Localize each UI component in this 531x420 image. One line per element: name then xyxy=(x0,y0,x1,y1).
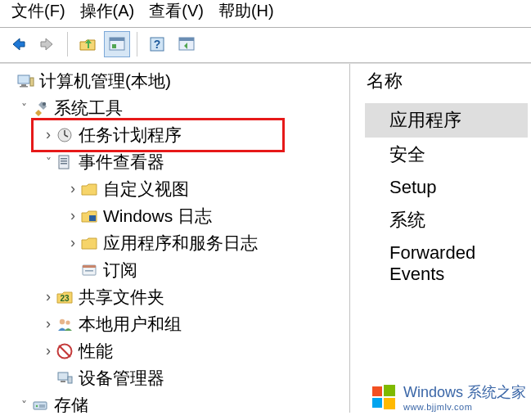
tree-performance-label: 性能 xyxy=(79,340,113,363)
svg-text:23: 23 xyxy=(60,294,70,303)
menu-file[interactable]: 文件(F) xyxy=(11,0,65,22)
svg-rect-16 xyxy=(61,163,67,165)
svg-point-22 xyxy=(60,318,65,323)
show-hide-tree-button[interactable] xyxy=(173,31,200,57)
watermark: Windows 系统之家 www.bjjmlv.com xyxy=(371,382,526,412)
svg-rect-14 xyxy=(61,158,67,160)
back-button[interactable] xyxy=(5,31,31,57)
tree-local-users-groups[interactable]: 本地用户和组 xyxy=(0,310,349,337)
forward-button[interactable] xyxy=(34,31,61,57)
twisty-closed-icon[interactable] xyxy=(65,180,80,197)
tree-storage[interactable]: 存储 xyxy=(0,391,349,413)
folder-icon xyxy=(80,234,98,252)
tree-local-users-label: 本地用户和组 xyxy=(79,313,182,336)
tree-windows-logs[interactable]: Windows 日志 xyxy=(0,202,349,229)
list-item-security[interactable]: 安全 xyxy=(365,138,528,172)
main-area: 计算机管理(本地) 系统工具 任务计划程序 xyxy=(0,63,531,413)
twisty-closed-icon[interactable] xyxy=(65,207,80,224)
help-button[interactable]: ? xyxy=(144,31,170,57)
svg-rect-1 xyxy=(110,38,124,41)
folder-up-icon xyxy=(79,35,97,53)
svg-rect-19 xyxy=(83,265,96,268)
watermark-text: Windows 系统之家 www.bjjmlv.com xyxy=(403,382,526,412)
arrow-left-icon xyxy=(9,35,27,53)
tree-root-label: 计算机管理(本地) xyxy=(39,70,171,93)
twisty-open-icon[interactable] xyxy=(16,399,31,412)
watermark-line2: www.bjjmlv.com xyxy=(403,402,526,412)
storage-icon xyxy=(31,396,49,413)
shared-folder-icon: 23 xyxy=(56,288,74,306)
tree-windows-logs-label: Windows 日志 xyxy=(103,205,212,228)
svg-point-29 xyxy=(36,404,38,406)
tree-task-scheduler-label: 任务计划程序 xyxy=(79,124,182,147)
svg-rect-15 xyxy=(61,160,67,162)
list-item-setup[interactable]: Setup xyxy=(365,172,528,203)
tree-app-service-logs[interactable]: 应用程序和服务日志 xyxy=(0,229,349,256)
tree-pane[interactable]: 计算机管理(本地) 系统工具 任务计划程序 xyxy=(0,64,350,413)
tree-system-tools[interactable]: 系统工具 xyxy=(0,94,349,121)
svg-rect-35 xyxy=(384,385,395,396)
twisty-open-icon[interactable] xyxy=(16,102,31,115)
twisty-closed-icon[interactable] xyxy=(41,315,56,332)
navigation-tree: 计算机管理(本地) 系统工具 任务计划程序 xyxy=(0,67,349,413)
properties-icon xyxy=(108,35,126,53)
tree-task-scheduler[interactable]: 任务计划程序 xyxy=(0,121,349,148)
svg-rect-26 xyxy=(61,381,65,382)
performance-icon xyxy=(56,342,74,360)
svg-rect-30 xyxy=(39,404,45,408)
tree-device-manager[interactable]: 设备管理器 xyxy=(0,364,349,391)
svg-rect-7 xyxy=(18,75,29,84)
tree-custom-views-label: 自定义视图 xyxy=(103,178,189,201)
twisty-closed-icon[interactable] xyxy=(41,342,56,359)
svg-rect-36 xyxy=(372,398,382,408)
list-item-application[interactable]: 应用程序 xyxy=(365,103,528,138)
folder-logs-icon xyxy=(80,207,98,225)
svg-rect-13 xyxy=(59,156,69,169)
svg-rect-27 xyxy=(68,377,72,383)
list-body: 应用程序 安全 Setup 系统 Forwarded Events xyxy=(365,103,528,290)
list-item-forwarded-events[interactable]: Forwarded Events xyxy=(365,237,528,290)
computer-icon xyxy=(16,72,34,90)
toolbar-separator-2 xyxy=(137,32,137,56)
menu-help[interactable]: 帮助(H) xyxy=(218,0,274,22)
svg-rect-25 xyxy=(58,373,68,380)
twisty-closed-icon[interactable] xyxy=(41,288,56,305)
tree-custom-views[interactable]: 自定义视图 xyxy=(0,175,349,202)
svg-rect-6 xyxy=(179,38,194,41)
svg-point-11 xyxy=(43,102,46,105)
watermark-line1: Windows 系统之家 xyxy=(403,384,526,400)
event-viewer-icon xyxy=(56,153,74,171)
toolbar: ? xyxy=(0,28,531,63)
tree-system-tools-label: 系统工具 xyxy=(54,97,123,120)
tree-performance[interactable]: 性能 xyxy=(0,337,349,364)
tree-shared-folders[interactable]: 23 共享文件夹 xyxy=(0,283,349,310)
menu-action[interactable]: 操作(A) xyxy=(80,0,135,22)
properties-button[interactable] xyxy=(104,31,130,57)
device-manager-icon xyxy=(56,369,74,387)
tree-subscriptions-label: 订阅 xyxy=(103,259,137,282)
users-icon xyxy=(56,315,74,333)
svg-rect-2 xyxy=(112,44,116,48)
svg-point-23 xyxy=(65,320,70,324)
help-icon: ? xyxy=(148,35,166,53)
tree-app-service-logs-label: 应用程序和服务日志 xyxy=(103,232,258,255)
svg-rect-37 xyxy=(384,398,395,409)
tree-event-viewer[interactable]: 事件查看器 xyxy=(0,148,349,175)
svg-text:?: ? xyxy=(154,38,161,51)
tools-icon xyxy=(31,99,49,117)
tree-subscriptions[interactable]: 订阅 xyxy=(0,256,349,283)
list-header-name[interactable]: 名称 xyxy=(365,69,528,93)
list-pane[interactable]: 名称 应用程序 安全 Setup 系统 Forwarded Events xyxy=(355,64,531,413)
twisty-closed-icon[interactable] xyxy=(41,126,56,143)
svg-rect-9 xyxy=(20,86,28,88)
twisty-open-icon[interactable] xyxy=(41,156,56,169)
menu-view[interactable]: 查看(V) xyxy=(149,0,204,22)
twisty-closed-icon[interactable] xyxy=(65,234,80,251)
toolbar-separator xyxy=(67,32,68,56)
list-item-system[interactable]: 系统 xyxy=(365,203,528,237)
windows-logo-icon xyxy=(371,383,398,411)
tree-event-viewer-label: 事件查看器 xyxy=(79,151,164,174)
arrow-right-icon xyxy=(38,35,56,53)
up-level-button[interactable] xyxy=(74,31,101,57)
tree-root[interactable]: 计算机管理(本地) xyxy=(0,67,349,94)
